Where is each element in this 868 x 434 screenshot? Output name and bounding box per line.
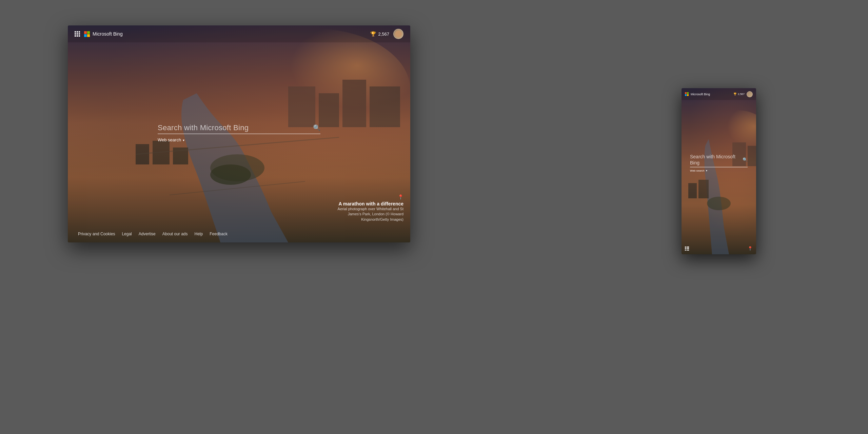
mobile-window: Microsoft Bing 🏆 2,567 Search with Micro…: [682, 88, 756, 254]
mobile-search-input[interactable]: Search with Microsoft Bing: [690, 154, 743, 166]
footer-advertise[interactable]: Advertise: [139, 232, 156, 236]
mobile-apps-grid-icon[interactable]: [685, 246, 689, 251]
footer-about-ads[interactable]: About our ads: [162, 232, 188, 236]
points-value: 2,567: [378, 32, 389, 37]
search-box[interactable]: Search with Microsoft Bing 🔍: [158, 123, 320, 134]
svg-rect-7: [288, 86, 315, 127]
header-right: 🏆 2,567: [370, 29, 403, 39]
desktop-footer: Privacy and Cookies Legal Advertise Abou…: [68, 225, 410, 242]
scene: Microsoft Bing 🏆 2,567 Search with Micro…: [0, 0, 868, 434]
mobile-points-badge[interactable]: 🏆 2,567: [733, 93, 745, 96]
mobile-trophy-icon: 🏆: [733, 93, 737, 96]
mobile-web-search-dropdown[interactable]: Web search ▾: [690, 169, 748, 172]
location-icon[interactable]: 📍: [329, 194, 403, 200]
points-badge[interactable]: 🏆 2,567: [370, 31, 389, 37]
image-title: A marathon with a difference: [329, 201, 403, 206]
mobile-points-value: 2,567: [738, 93, 745, 96]
mobile-avatar[interactable]: [747, 91, 753, 97]
search-button[interactable]: 🔍: [313, 124, 320, 132]
footer-feedback[interactable]: Feedback: [210, 232, 228, 236]
trophy-icon: 🏆: [370, 31, 376, 37]
footer-privacy[interactable]: Privacy and Cookies: [78, 232, 115, 236]
mobile-brand-title: Microsoft Bing: [691, 93, 710, 96]
mobile-search-button[interactable]: 🔍: [743, 157, 748, 162]
mobile-search-box[interactable]: Search with Microsoft Bing 🔍: [690, 154, 748, 167]
apps-grid-icon[interactable]: [75, 31, 80, 37]
search-area: Search with Microsoft Bing 🔍 Web search …: [158, 123, 320, 142]
search-type-bar: Web search ▾: [158, 137, 320, 142]
image-caption: Aerial photograph over Whitehall and St …: [329, 206, 403, 222]
svg-rect-10: [370, 86, 400, 127]
svg-rect-9: [342, 80, 366, 127]
microsoft-logo: [84, 31, 90, 37]
desktop-window: Microsoft Bing 🏆 2,567 Search with Micro…: [68, 25, 410, 242]
svg-rect-8: [319, 93, 339, 127]
footer-links: Privacy and Cookies Legal Advertise Abou…: [78, 232, 228, 236]
mobile-chevron-icon: ▾: [706, 169, 707, 172]
chevron-down-icon: ▾: [183, 138, 184, 142]
web-search-dropdown[interactable]: Web search ▾: [158, 137, 184, 142]
svg-point-17: [707, 197, 731, 210]
mobile-header: Microsoft Bing 🏆 2,567: [682, 88, 756, 100]
mobile-web-search-label: Web search: [690, 169, 705, 172]
desktop-header: Microsoft Bing 🏆 2,567: [68, 25, 410, 42]
svg-rect-19: [748, 146, 756, 166]
image-info: 📍 A marathon with a difference Aerial ph…: [329, 194, 403, 222]
avatar[interactable]: [393, 29, 403, 39]
svg-rect-16: [698, 180, 709, 198]
avatar-face: [395, 31, 402, 37]
mobile-search-area: Search with Microsoft Bing 🔍 Web search …: [690, 154, 748, 172]
footer-help[interactable]: Help: [195, 232, 203, 236]
svg-point-6: [210, 164, 251, 185]
brand-title: Microsoft Bing: [93, 31, 123, 37]
search-input[interactable]: Search with Microsoft Bing: [158, 123, 313, 132]
footer-legal[interactable]: Legal: [122, 232, 132, 236]
web-search-label: Web search: [158, 137, 181, 142]
mobile-footer-bar: 📍: [682, 242, 756, 254]
svg-rect-15: [688, 183, 697, 198]
mobile-microsoft-logo: [685, 92, 689, 96]
mobile-location-icon[interactable]: 📍: [748, 246, 753, 251]
mobile-header-right: 🏆 2,567: [733, 91, 753, 97]
